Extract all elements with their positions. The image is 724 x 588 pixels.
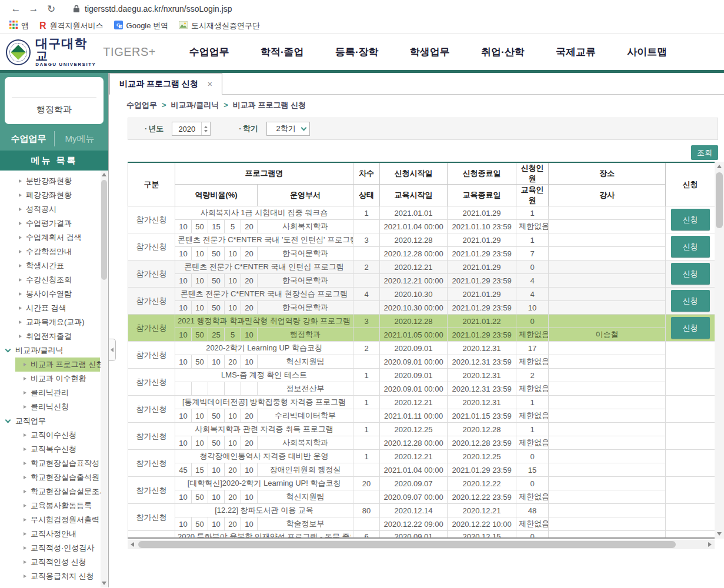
cell-category: 참가신청 (128, 233, 175, 260)
scroll-left-icon[interactable] (131, 542, 134, 547)
sidebar-item-수강학점안내[interactable]: 수강학점안내 (0, 245, 100, 259)
sidebar-item-비교과 프로그램 신청[interactable]: 비교과 프로그램 신청 (15, 358, 100, 372)
sidebar-item-취업전자출결[interactable]: 취업전자출결 (0, 329, 100, 343)
search-button[interactable]: 조회 (691, 145, 718, 160)
menu-label: 비교과/클리닉 (15, 345, 64, 356)
sidebar-item-교직응급처지 신청[interactable]: 교직응급처지 신청 (0, 569, 100, 583)
nav-item-0[interactable]: 수업업무 (189, 45, 229, 59)
chevron-left-icon (111, 348, 114, 352)
apply-button[interactable]: 신청 (671, 236, 710, 258)
scrollbar-thumb[interactable] (101, 180, 107, 280)
apply-button[interactable]: 신청 (671, 209, 710, 230)
sidebar-item-클리닉관리[interactable]: 클리닉관리 (0, 386, 100, 400)
sidebar-item-교직이수신청[interactable]: 교직이수신청 (0, 428, 100, 442)
browser-toolbar: ← → ↻ tigersstd.daegu.ac.kr/nxrun/ssoLog… (0, 0, 724, 18)
reload-icon[interactable]: ↻ (42, 3, 60, 15)
apply-button[interactable]: 신청 (671, 290, 710, 312)
university-logo[interactable]: 대구대학교 DAEGU UNIVERSITY TIGERS+ (6, 37, 156, 67)
sidebar-tab-work[interactable]: 수업업무 (4, 133, 54, 145)
sidebar-item-비교과 이수현황[interactable]: 비교과 이수현황 (0, 372, 100, 386)
sidebar-item-교직적인성 신청[interactable]: 교직적인성 신청 (0, 555, 100, 569)
scrollbar-thumb[interactable] (716, 172, 723, 228)
cell-place (549, 504, 666, 517)
menu-label: 학교현장실습출석원 (31, 472, 99, 483)
sidebar-item-학교현장실습설문조사[interactable]: 학교현장실습설문조사 (0, 485, 100, 499)
sidebar-item-교직사정안내[interactable]: 교직사정안내 (0, 527, 100, 541)
cell-ratio: 10 (192, 409, 208, 423)
sidebar-item-분반강좌현황[interactable]: 분반강좌현황 (0, 174, 100, 188)
sidebar-item-교육봉사활동등록[interactable]: 교육봉사활동등록 (0, 499, 100, 513)
scroll-down-icon[interactable] (102, 582, 106, 585)
cell-place (549, 260, 666, 274)
cell-ratio: 10 (175, 247, 192, 260)
scroll-up-icon[interactable] (717, 165, 722, 168)
cell-category: 참가신청 (128, 369, 175, 396)
sidebar-item-학교현장실습표작성[interactable]: 학교현장실습표작성 (0, 456, 100, 470)
apply-button[interactable]: 신청 (671, 263, 710, 285)
sidebar-item-수업계획서 검색[interactable]: 수업계획서 검색 (0, 230, 100, 245)
nav-item-4[interactable]: 취업·산학 (481, 45, 525, 59)
sidebar-collapse-handle[interactable] (109, 339, 116, 361)
bookmark-research-site[interactable]: 도시재생실증연구단 (176, 19, 266, 32)
sidebar-item-교과목개요(교과)[interactable]: 교과목개요(교과) (0, 315, 100, 329)
sidebar-section-비교과/클리닉[interactable]: 비교과/클리닉 (0, 343, 100, 358)
nav-item-1[interactable]: 학적·졸업 (261, 45, 304, 59)
menu-label: 취업전자출결 (26, 331, 72, 342)
nav-item-2[interactable]: 등록·장학 (335, 45, 379, 59)
scrollbar-thumb[interactable] (138, 541, 676, 548)
semester-label: ·학기 (239, 123, 258, 134)
cell-place (549, 206, 666, 220)
program-row: 참가신청청각장애인통역사 자격증 대비반 운영12020.12.212020.1… (128, 450, 715, 463)
sidebar-tab-mymenu[interactable]: My메뉴 (55, 133, 105, 145)
bookmark-google-translate[interactable]: G文 Google 번역 (112, 19, 175, 32)
cell-apply: 신청 (666, 206, 715, 233)
cell-instructor (549, 436, 666, 450)
tab-noncurricular-apply[interactable]: 비교과 프로그램 신청 × (109, 73, 222, 95)
cell-capacity: 7 (516, 247, 549, 260)
sidebar-item-봉사이수열람[interactable]: 봉사이수열람 (0, 287, 100, 301)
sidebar-item-수강신청조회[interactable]: 수강신청조회 (0, 273, 100, 287)
sidebar-item-무시험검정원서출력[interactable]: 무시험검정원서출력 (0, 513, 100, 527)
sidebar-item-성적공시[interactable]: 성적공시 (0, 202, 100, 216)
bookmark-apps[interactable]: 앱 (7, 19, 35, 32)
semester-select[interactable]: 2학기 (266, 122, 310, 136)
nav-item-5[interactable]: 국제교류 (556, 45, 596, 59)
menu-label: 수강학점안내 (26, 246, 72, 257)
back-icon[interactable]: ← (7, 3, 25, 15)
address-bar[interactable]: tigersstd.daegu.ac.kr/nxrun/ssoLogin.jsp (85, 4, 232, 14)
cell-capacity: 제한없음 (516, 409, 549, 423)
cell-apply-end: 2021.01.22 (448, 315, 516, 328)
cell-ratio: 50 (192, 328, 208, 342)
nav-item-3[interactable]: 학생업무 (410, 45, 450, 59)
apply-button[interactable]: 신청 (671, 317, 710, 339)
cell-ratio: 10 (192, 436, 208, 450)
forward-icon[interactable]: → (25, 3, 42, 15)
program-row: 참가신청2021 행정학과 학과밀착형 취업역량 강화 프로그램32020.12… (128, 315, 715, 328)
cell-ratio: 15 (208, 220, 225, 233)
cell-place (549, 450, 666, 463)
cell-apply-start: 2020.12.21 (380, 260, 448, 274)
sidebar-item-클리닉신청[interactable]: 클리닉신청 (0, 400, 100, 414)
menu-label: 교육봉사활동등록 (31, 500, 92, 511)
nav-item-6[interactable]: 사이트맵 (627, 45, 667, 59)
sidebar-item-학교현장실습출석원[interactable]: 학교현장실습출석원 (0, 470, 100, 485)
sidebar-section-교직업무[interactable]: 교직업무 (0, 414, 100, 428)
cell-ratio (175, 382, 192, 396)
year-input[interactable]: 2020 (172, 122, 211, 136)
header-capacity: 교육인원 (516, 185, 549, 206)
spinner-icon[interactable] (201, 122, 210, 135)
scroll-up-icon[interactable] (102, 173, 106, 176)
sidebar-scrollbar[interactable] (101, 171, 108, 587)
sidebar-item-시간표 검색[interactable]: 시간표 검색 (0, 301, 100, 315)
close-icon[interactable]: × (208, 79, 212, 89)
table-vertical-scrollbar[interactable] (715, 162, 724, 539)
table-horizontal-scrollbar[interactable] (128, 540, 715, 549)
scroll-down-icon[interactable] (717, 532, 722, 536)
bookmark-remote-support[interactable]: R 원격지원서비스 (37, 19, 109, 32)
scroll-right-icon[interactable] (708, 542, 712, 547)
sidebar-item-폐강강좌현황[interactable]: 폐강강좌현황 (0, 188, 100, 202)
sidebar-item-교직적성·인성검사[interactable]: 교직적성·인성검사 (0, 541, 100, 555)
sidebar-item-교직복수신청[interactable]: 교직복수신청 (0, 442, 100, 456)
sidebar-item-수업평가결과[interactable]: 수업평가결과 (0, 216, 100, 230)
sidebar-item-학생시간표[interactable]: 학생시간표 (0, 259, 100, 273)
